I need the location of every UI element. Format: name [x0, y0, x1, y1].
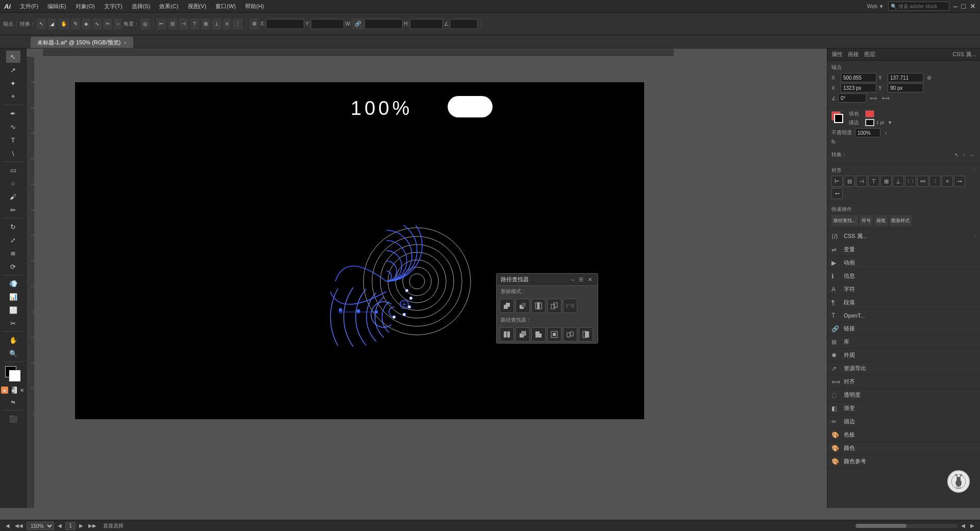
transform-anchor-btn[interactable]: ◈ — [82, 18, 91, 30]
pathfinder-close-btn[interactable]: ✕ — [586, 276, 594, 283]
tool-artboard[interactable]: ⬜ — [6, 304, 20, 316]
page-input[interactable] — [65, 522, 76, 530]
panel-item-color-guide[interactable]: 🎨 颜色参考 — [827, 455, 980, 468]
pathfinder-collapse-btn[interactable]: – — [570, 276, 576, 283]
pf-intersect-btn[interactable] — [531, 299, 546, 313]
panel-item-asset-export[interactable]: ↗ 资源导出 — [827, 362, 980, 375]
menu-text[interactable]: 文字(T) — [100, 2, 127, 11]
page-last-btn[interactable]: ▶▶ — [87, 522, 98, 529]
transform-pen-btn[interactable]: ✎ — [71, 18, 80, 30]
link-wh-btn[interactable]: 🔗 — [352, 18, 363, 30]
user-avatar[interactable]: D&S — [947, 470, 970, 493]
menu-object[interactable]: 对象(O) — [71, 2, 99, 11]
menu-select[interactable]: 选择(S) — [128, 2, 155, 11]
qa-pathfinder-btn[interactable]: 路径查找... — [831, 215, 858, 226]
panel-item-stroke[interactable]: ✏ 描边 — [827, 415, 980, 428]
tool-brush[interactable]: 🖌 — [6, 190, 20, 203]
corner-round-btn[interactable]: ◎ — [140, 18, 150, 30]
pf-trim-btn[interactable] — [516, 327, 530, 342]
tool-type[interactable]: T — [6, 134, 20, 146]
pathfinder-header[interactable]: 路径查找器 – ☰ ✕ — [497, 274, 598, 286]
tab-close-btn[interactable]: × — [124, 40, 126, 45]
x-coord-input[interactable] — [841, 73, 876, 82]
panel-item-paragraph[interactable]: ¶ 段落 — [827, 296, 980, 309]
tool-pen[interactable]: ✒ — [6, 107, 20, 119]
tool-rotate[interactable]: ↻ — [6, 221, 20, 233]
color-fill-btn[interactable]: ■ — [1, 387, 8, 394]
qa-graphic-style-btn[interactable]: 图形样式 — [889, 215, 912, 226]
panel-item-library[interactable]: ⊞ 库 — [827, 335, 980, 349]
panel-item-swatches[interactable]: 🎨 色板 — [827, 428, 980, 442]
minimize-icon[interactable]: – — [953, 2, 958, 10]
align-center-h-btn[interactable]: ⊞ — [201, 18, 210, 30]
pf-outline-btn[interactable] — [563, 327, 577, 342]
gradient-btn[interactable]: ■ — [10, 387, 17, 394]
screen-mode-btn[interactable]: ⬛ — [6, 413, 20, 425]
dist-right-btn[interactable]: ⋮ — [929, 176, 941, 187]
transform-circle-btn[interactable]: ○ — [114, 18, 122, 30]
dist-h2-btn[interactable]: ≡≡ — [917, 176, 928, 187]
dist-v-btn[interactable]: ≡ — [223, 18, 231, 30]
align-bottom-btn[interactable]: ⊥ — [212, 18, 222, 30]
tool-hand[interactable]: ✋ — [6, 334, 20, 346]
pf-divide-btn[interactable] — [500, 327, 514, 342]
flip-h-btn[interactable]: ⟺ — [868, 95, 878, 102]
menu-effect[interactable]: 效果(C) — [155, 2, 182, 11]
pf-exclude-btn[interactable] — [547, 299, 561, 313]
transform-select-btn[interactable]: ↖ — [37, 18, 46, 30]
tool-rect[interactable]: ▭ — [6, 164, 20, 176]
scroll-right-btn[interactable]: ▶ — [969, 522, 976, 529]
dist-left-btn[interactable]: ⋮⋮ — [905, 176, 916, 187]
tool-zoom[interactable]: 🔍 — [6, 347, 20, 359]
tool-curvature[interactable]: ∿ — [6, 120, 20, 133]
pf-minus-front-btn[interactable] — [516, 299, 530, 313]
transform-hand-btn[interactable]: ✋ — [58, 18, 69, 30]
menu-view[interactable]: 视图(V) — [184, 2, 211, 11]
page-prev-btn[interactable]: ◀ — [56, 522, 63, 529]
transform-corner-btn[interactable]: ◢ — [47, 18, 57, 30]
page-next-btn[interactable]: ▶ — [78, 522, 85, 529]
align-left-edge-btn[interactable]: ⊢ — [831, 176, 843, 187]
tool-reshape[interactable]: ⟳ — [6, 260, 20, 273]
menu-file[interactable]: 文件(F) — [16, 2, 42, 11]
panel-item-align[interactable]: ⟺ 对齐 — [827, 375, 980, 389]
pf-expand-btn[interactable]: 扩展 — [563, 299, 577, 313]
w-input[interactable]: 137.711 — [364, 19, 403, 29]
coord-options-btn[interactable]: ⚙ — [925, 75, 933, 81]
opacity-input[interactable] — [855, 128, 880, 137]
pf-minus-back-btn[interactable] — [579, 327, 593, 342]
fill-color-box[interactable] — [865, 110, 874, 117]
flip-v-btn[interactable]: ⟷ — [880, 95, 891, 102]
panel-item-animation[interactable]: ▶ 动画 — [827, 256, 980, 270]
transform-options-btn[interactable]: ⚙ — [250, 18, 259, 30]
align-h-center-btn[interactable]: ⊟ — [844, 176, 855, 187]
dist-h-btn[interactable]: ⋮ — [233, 18, 243, 30]
pf-crop-btn[interactable] — [547, 327, 561, 342]
pos-y-input[interactable] — [888, 83, 923, 92]
align-top-edge-btn[interactable]: ⊤ — [868, 176, 879, 187]
panel-item-color[interactable]: 🎨 颜色 — [827, 442, 980, 455]
active-tab[interactable]: 未标题-1.ai* @ 150% (RGB/预览) × — [31, 37, 133, 48]
none-btn[interactable]: ✕ — [18, 387, 26, 394]
transform-curvature-btn[interactable]: ∿ — [92, 18, 102, 30]
pf-merge-btn[interactable] — [531, 327, 546, 342]
menu-window[interactable]: 窗口(W) — [211, 2, 240, 11]
opacity-menu-btn[interactable]: › — [884, 130, 888, 136]
tool-line[interactable]: \ — [6, 147, 20, 159]
menu-edit[interactable]: 编辑(E) — [43, 2, 70, 11]
tool-warp[interactable]: ≋ — [6, 247, 20, 259]
transform-scissors-btn[interactable]: ✂ — [103, 18, 112, 30]
panel-item-character[interactable]: A 字符 — [827, 283, 980, 296]
panel-item-links[interactable]: 🔗 链接 — [827, 322, 980, 335]
pathfinder-menu-btn[interactable]: ☰ — [577, 276, 585, 283]
stroke-swatch-black[interactable] — [834, 114, 843, 123]
panel-item-variables[interactable]: ⇌ 变量 — [827, 243, 980, 256]
y-input[interactable]: 1323 px — [311, 19, 344, 29]
align-bottom-edge-btn[interactable]: ⊥ — [893, 176, 904, 187]
panel-item-info[interactable]: ℹ 信息 — [827, 270, 980, 283]
panel-item-opentype[interactable]: T OpenT... — [827, 309, 980, 322]
panel-item-appearance[interactable]: ✱ 外观 — [827, 349, 980, 362]
tool-pencil[interactable]: ✏ — [6, 204, 20, 216]
search-input[interactable] — [888, 2, 949, 11]
x-input[interactable]: 500.855 — [266, 19, 304, 29]
